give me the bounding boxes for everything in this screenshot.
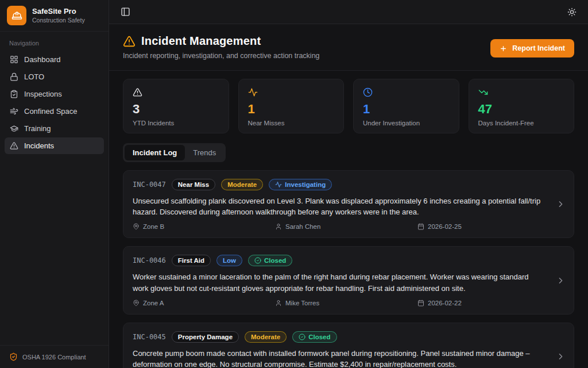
incident-description: Unsecured scaffolding plank discovered o… [133,195,546,217]
incident-card-inc-0047[interactable]: INC-0047 Near Miss Moderate Investigatin… [123,170,574,238]
clipboard-check-icon [10,90,18,98]
incident-zone: Zone B [133,223,275,230]
sidebar-item-label: Confined Space [24,107,78,116]
compliance-label: OSHA 1926 Compliant [22,354,86,361]
content: 3 YTD Incidents 1 Near Misses 1 Under In… [109,71,588,368]
incident-type-badge: First Aid [172,255,211,266]
stats-row: 3 YTD Incidents 1 Near Misses 1 Under In… [123,79,574,133]
sidebar-item-loto[interactable]: LOTO [5,68,104,85]
severity-badge: Low [216,255,242,266]
chevron-right-icon [556,200,566,209]
sidebar-nav: Dashboard LOTO Inspections Confined Spac… [0,51,109,154]
incident-zone: Zone A [133,300,275,306]
sidebar-item-label: Training [24,124,51,133]
incident-id: INC-0047 [133,181,166,189]
brand-name: SafeSite Pro [32,7,85,16]
user-icon [275,223,282,230]
tab-bar: Incident Log Trends [123,143,226,162]
calendar-icon [417,223,424,230]
theme-toggle-button[interactable] [565,5,579,19]
chevron-right-icon [556,275,566,285]
shield-check-icon [9,352,18,361]
incident-description: Worker sustained a minor laceration to t… [133,271,546,293]
stat-value: 3 [133,102,219,116]
incident-card-inc-0046[interactable]: INC-0046 First Aid Low Closed Worker sus… [123,246,574,314]
sidebar-item-label: Dashboard [24,55,61,64]
incident-type-badge: Near Miss [172,179,215,190]
report-incident-label: Report Incident [512,44,565,52]
calendar-icon [417,300,424,306]
report-incident-button[interactable]: Report Incident [490,39,574,57]
status-label: Closed [308,334,330,340]
lock-icon [10,72,18,81]
sidebar-item-confined-space[interactable]: Confined Space [5,103,104,120]
tab-trends[interactable]: Trends [185,145,224,160]
layout-grid-icon [10,55,18,64]
hard-hat-logo [7,6,26,25]
page-header: Incident Management Incident reporting, … [109,24,588,71]
sidebar-item-inspections[interactable]: Inspections [5,86,104,102]
map-pin-icon [133,300,140,306]
stat-card-ytd-incidents: 3 YTD Incidents [123,79,229,133]
page-subtitle: Incident reporting, investigation, and c… [123,52,320,60]
plus-icon [500,45,507,52]
nav-section-label: Navigation [0,32,109,51]
map-pin-icon [133,223,140,230]
stat-card-days-incident-free: 47 Days Incident-Free [469,79,575,133]
user-icon [275,300,282,306]
incident-card-inc-0045[interactable]: INC-0045 Property Damage Moderate Closed… [123,323,574,368]
main: Incident Management Incident reporting, … [109,0,588,368]
sidebar-toggle-button[interactable] [118,5,133,19]
stat-value: 1 [248,102,335,116]
sidebar-item-training[interactable]: Training [5,120,104,137]
graduation-cap-icon [10,124,18,133]
incident-description: Concrete pump boom made contact with ins… [133,348,546,368]
incident-date: 2026-02-22 [417,300,546,306]
page-title: Incident Management [141,34,261,48]
incident-reporter: Mike Torres [275,300,417,306]
stat-card-under-investigation: 1 Under Investigation [353,79,459,133]
incident-list: INC-0047 Near Miss Moderate Investigatin… [123,170,574,368]
incident-id: INC-0045 [133,333,166,341]
sidebar-item-label: Inspections [24,90,62,98]
sidebar: SafeSite Pro Construction Safety Navigat… [0,0,109,368]
trending-down-icon [478,87,565,97]
sidebar-item-incidents[interactable]: Incidents [5,137,104,154]
sun-icon [567,7,577,17]
severity-badge: Moderate [221,179,263,190]
incident-date: 2026-02-25 [417,223,546,230]
brand: SafeSite Pro Construction Safety [0,0,109,32]
stat-label: Days Incident-Free [478,120,565,126]
sidebar-item-label: LOTO [24,72,44,81]
tab-incident-log[interactable]: Incident Log [125,145,185,160]
status-badge: Investigating [269,179,332,190]
stat-value: 1 [363,102,450,116]
activity-icon [275,181,282,188]
sidebar-item-label: Incidents [24,141,54,150]
triangle-alert-icon [123,35,136,48]
sidebar-item-dashboard[interactable]: Dashboard [5,51,104,68]
severity-badge: Moderate [245,331,287,343]
triangle-alert-icon [133,87,219,97]
clock-icon [363,87,450,97]
status-label: Closed [264,257,286,264]
triangle-alert-icon [10,141,18,150]
topbar [109,0,588,24]
stat-label: Near Misses [248,120,335,126]
status-badge: Closed [292,331,336,343]
stat-value: 47 [478,102,565,116]
circle-check-icon [299,334,305,340]
brand-tagline: Construction Safety [32,17,85,24]
incident-type-badge: Property Damage [172,331,239,343]
stat-label: YTD Incidents [133,120,219,126]
stat-label: Under Investigation [363,120,450,126]
wind-icon [10,107,18,116]
activity-icon [248,87,335,97]
status-badge: Closed [248,255,292,266]
chevron-right-icon [556,352,566,362]
status-label: Investigating [285,181,326,188]
brand-text: SafeSite Pro Construction Safety [32,7,85,24]
incident-reporter: Sarah Chen [275,223,417,230]
circle-check-icon [254,257,261,264]
compliance-footer: OSHA 1926 Compliant [0,345,109,368]
